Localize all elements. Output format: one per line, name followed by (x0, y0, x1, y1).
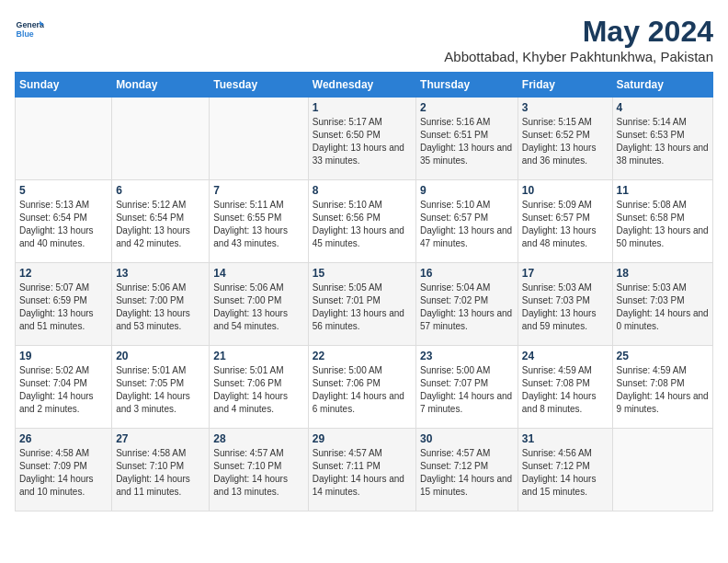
calendar-cell: 14Sunrise: 5:06 AM Sunset: 7:00 PM Dayli… (210, 263, 308, 346)
calendar-cell: 9Sunrise: 5:10 AM Sunset: 6:57 PM Daylig… (416, 180, 518, 263)
calendar-cell: 21Sunrise: 5:01 AM Sunset: 7:06 PM Dayli… (210, 346, 308, 429)
day-number: 25 (617, 350, 709, 362)
day-number: 5 (19, 184, 108, 197)
calendar-cell: 13Sunrise: 5:06 AM Sunset: 7:00 PM Dayli… (112, 263, 210, 346)
day-number: 7 (213, 184, 303, 197)
logo-icon: General Blue (15, 15, 44, 44)
col-header-monday: Monday (112, 73, 210, 98)
calendar-cell: 29Sunrise: 4:57 AM Sunset: 7:11 PM Dayli… (308, 429, 415, 511)
day-info: Sunrise: 5:14 AM Sunset: 6:53 PM Dayligh… (617, 116, 709, 167)
calendar-cell: 27Sunrise: 4:58 AM Sunset: 7:10 PM Dayli… (112, 429, 210, 511)
calendar-cell: 5Sunrise: 5:13 AM Sunset: 6:54 PM Daylig… (16, 180, 112, 263)
day-info: Sunrise: 5:11 AM Sunset: 6:55 PM Dayligh… (213, 199, 303, 250)
day-number: 18 (617, 267, 709, 280)
week-row-1: 1Sunrise: 5:17 AM Sunset: 6:50 PM Daylig… (16, 98, 713, 180)
calendar-cell: 7Sunrise: 5:11 AM Sunset: 6:55 PM Daylig… (210, 180, 308, 263)
week-row-4: 19Sunrise: 5:02 AM Sunset: 7:04 PM Dayli… (16, 346, 713, 429)
day-number: 23 (420, 350, 514, 362)
calendar-cell: 20Sunrise: 5:01 AM Sunset: 7:05 PM Dayli… (112, 346, 210, 429)
day-number: 28 (213, 432, 303, 445)
title-block: May 2024 Abbottabad, Khyber Pakhtunkhwa,… (444, 15, 713, 64)
day-number: 13 (116, 267, 205, 280)
col-header-friday: Friday (518, 73, 612, 98)
day-number: 29 (313, 432, 412, 445)
day-info: Sunrise: 4:59 AM Sunset: 7:08 PM Dayligh… (617, 364, 709, 416)
day-number: 26 (19, 432, 108, 445)
day-info: Sunrise: 5:01 AM Sunset: 7:05 PM Dayligh… (116, 364, 205, 416)
calendar-cell: 30Sunrise: 4:57 AM Sunset: 7:12 PM Dayli… (416, 429, 518, 511)
day-info: Sunrise: 4:57 AM Sunset: 7:10 PM Dayligh… (213, 447, 303, 499)
calendar-cell (112, 98, 210, 180)
calendar-cell: 1Sunrise: 5:17 AM Sunset: 6:50 PM Daylig… (308, 98, 415, 180)
calendar-cell: 11Sunrise: 5:08 AM Sunset: 6:58 PM Dayli… (612, 180, 712, 263)
day-info: Sunrise: 5:13 AM Sunset: 6:54 PM Dayligh… (19, 199, 108, 250)
day-number: 11 (617, 184, 709, 197)
calendar-cell (16, 98, 112, 180)
day-info: Sunrise: 4:58 AM Sunset: 7:10 PM Dayligh… (116, 447, 205, 499)
day-info: Sunrise: 5:00 AM Sunset: 7:06 PM Dayligh… (313, 364, 412, 416)
day-info: Sunrise: 5:08 AM Sunset: 6:58 PM Dayligh… (617, 199, 709, 250)
week-row-3: 12Sunrise: 5:07 AM Sunset: 6:59 PM Dayli… (16, 263, 713, 346)
day-number: 21 (213, 350, 303, 362)
week-row-5: 26Sunrise: 4:58 AM Sunset: 7:09 PM Dayli… (16, 429, 713, 511)
day-info: Sunrise: 5:00 AM Sunset: 7:07 PM Dayligh… (420, 364, 514, 416)
calendar-cell: 3Sunrise: 5:15 AM Sunset: 6:52 PM Daylig… (518, 98, 612, 180)
day-number: 1 (313, 101, 412, 114)
day-number: 24 (522, 350, 609, 362)
day-info: Sunrise: 4:57 AM Sunset: 7:12 PM Dayligh… (420, 447, 514, 499)
day-number: 4 (617, 101, 709, 114)
day-number: 12 (19, 267, 108, 280)
calendar-cell: 2Sunrise: 5:16 AM Sunset: 6:51 PM Daylig… (416, 98, 518, 180)
day-number: 30 (420, 432, 514, 445)
day-info: Sunrise: 5:16 AM Sunset: 6:51 PM Dayligh… (420, 116, 514, 167)
day-number: 14 (213, 267, 303, 280)
day-info: Sunrise: 5:02 AM Sunset: 7:04 PM Dayligh… (19, 364, 108, 416)
day-info: Sunrise: 5:05 AM Sunset: 7:01 PM Dayligh… (313, 282, 412, 333)
day-info: Sunrise: 5:07 AM Sunset: 6:59 PM Dayligh… (19, 282, 108, 333)
calendar-cell: 24Sunrise: 4:59 AM Sunset: 7:08 PM Dayli… (518, 346, 612, 429)
calendar-cell: 31Sunrise: 4:56 AM Sunset: 7:12 PM Dayli… (518, 429, 612, 511)
calendar-cell: 6Sunrise: 5:12 AM Sunset: 6:54 PM Daylig… (112, 180, 210, 263)
calendar-cell: 16Sunrise: 5:04 AM Sunset: 7:02 PM Dayli… (416, 263, 518, 346)
day-info: Sunrise: 5:10 AM Sunset: 6:57 PM Dayligh… (420, 199, 514, 250)
day-number: 10 (522, 184, 609, 197)
day-info: Sunrise: 5:06 AM Sunset: 7:00 PM Dayligh… (116, 282, 205, 333)
page-title: May 2024 (444, 15, 713, 49)
col-header-sunday: Sunday (16, 73, 112, 98)
calendar-table: SundayMondayTuesdayWednesdayThursdayFrid… (15, 72, 713, 511)
day-info: Sunrise: 4:57 AM Sunset: 7:11 PM Dayligh… (313, 447, 412, 499)
header-row: SundayMondayTuesdayWednesdayThursdayFrid… (16, 73, 713, 98)
calendar-cell: 15Sunrise: 5:05 AM Sunset: 7:01 PM Dayli… (308, 263, 415, 346)
page-subtitle: Abbottabad, Khyber Pakhtunkhwa, Pakistan (444, 49, 713, 64)
day-info: Sunrise: 5:10 AM Sunset: 6:56 PM Dayligh… (313, 199, 412, 250)
calendar-cell: 18Sunrise: 5:03 AM Sunset: 7:03 PM Dayli… (612, 263, 712, 346)
calendar-cell (210, 98, 308, 180)
col-header-wednesday: Wednesday (308, 73, 415, 98)
day-info: Sunrise: 5:06 AM Sunset: 7:00 PM Dayligh… (213, 282, 303, 333)
day-info: Sunrise: 5:03 AM Sunset: 7:03 PM Dayligh… (617, 282, 709, 333)
col-header-tuesday: Tuesday (210, 73, 308, 98)
day-number: 3 (522, 101, 609, 114)
day-number: 9 (420, 184, 514, 197)
day-number: 31 (522, 432, 609, 445)
day-info: Sunrise: 5:09 AM Sunset: 6:57 PM Dayligh… (522, 199, 609, 250)
day-info: Sunrise: 5:04 AM Sunset: 7:02 PM Dayligh… (420, 282, 514, 333)
day-info: Sunrise: 4:59 AM Sunset: 7:08 PM Dayligh… (522, 364, 609, 416)
day-number: 6 (116, 184, 205, 197)
col-header-saturday: Saturday (612, 73, 712, 98)
calendar-cell (612, 429, 712, 511)
day-number: 20 (116, 350, 205, 362)
day-number: 27 (116, 432, 205, 445)
day-info: Sunrise: 5:17 AM Sunset: 6:50 PM Dayligh… (313, 116, 412, 167)
day-info: Sunrise: 5:15 AM Sunset: 6:52 PM Dayligh… (522, 116, 609, 167)
logo: General Blue (15, 15, 44, 44)
day-info: Sunrise: 4:58 AM Sunset: 7:09 PM Dayligh… (19, 447, 108, 499)
day-number: 8 (313, 184, 412, 197)
calendar-cell: 25Sunrise: 4:59 AM Sunset: 7:08 PM Dayli… (612, 346, 712, 429)
day-info: Sunrise: 5:03 AM Sunset: 7:03 PM Dayligh… (522, 282, 609, 333)
calendar-cell: 17Sunrise: 5:03 AM Sunset: 7:03 PM Dayli… (518, 263, 612, 346)
page-header: General Blue May 2024 Abbottabad, Khyber… (15, 15, 713, 64)
week-row-2: 5Sunrise: 5:13 AM Sunset: 6:54 PM Daylig… (16, 180, 713, 263)
col-header-thursday: Thursday (416, 73, 518, 98)
day-number: 15 (313, 267, 412, 280)
